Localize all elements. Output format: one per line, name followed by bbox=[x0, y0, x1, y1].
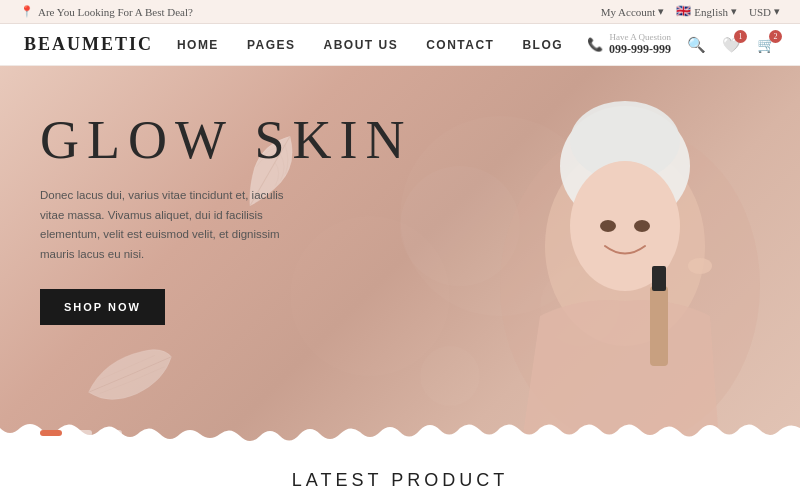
wishlist-icon[interactable]: 🤍 1 bbox=[722, 36, 741, 54]
cart-icon[interactable]: 🛒 2 bbox=[757, 36, 776, 54]
nav-links: HOME PAGES ABOUT US CONTACT BLOG bbox=[177, 38, 563, 52]
logo[interactable]: BEAUMETIC bbox=[24, 34, 153, 55]
drip-decoration bbox=[0, 420, 800, 456]
svg-rect-8 bbox=[652, 266, 666, 291]
account-label: My Account bbox=[601, 6, 656, 18]
hero-content: GLOW SKIN Donec lacus dui, varius vitae … bbox=[40, 111, 412, 325]
nav-blog[interactable]: BLOG bbox=[522, 38, 563, 52]
promo-area: 📍 Are You Looking For A Best Deal? bbox=[20, 5, 193, 18]
slider-dot-1[interactable] bbox=[40, 430, 62, 436]
currency-chevron-icon: ▾ bbox=[774, 5, 780, 18]
latest-product-title: LATEST PRODUCT bbox=[0, 470, 800, 491]
currency-label: USD bbox=[749, 6, 771, 18]
question-label: Have A Question bbox=[609, 32, 671, 42]
top-bar-right: My Account ▾ 🇬🇧 English ▾ USD ▾ bbox=[601, 4, 780, 19]
nav-pages[interactable]: PAGES bbox=[247, 38, 296, 52]
nav-contact[interactable]: CONTACT bbox=[426, 38, 494, 52]
hero-section: GLOW SKIN Donec lacus dui, varius vitae … bbox=[0, 66, 800, 456]
hero-model-image bbox=[440, 86, 800, 456]
svg-point-9 bbox=[688, 258, 712, 274]
top-bar: 📍 Are You Looking For A Best Deal? My Ac… bbox=[0, 0, 800, 24]
svg-rect-7 bbox=[650, 286, 668, 366]
slider-dot-2[interactable] bbox=[70, 430, 92, 436]
nav-right: 📞 Have A Question 099-999-999 🔍 🤍 1 🛒 2 bbox=[587, 32, 776, 57]
wishlist-badge: 1 bbox=[734, 30, 747, 43]
navbar: BEAUMETIC HOME PAGES ABOUT US CONTACT BL… bbox=[0, 24, 800, 66]
hero-subtitle: Donec lacus dui, varius vitae tincidunt … bbox=[40, 186, 290, 264]
pin-icon: 📍 bbox=[20, 5, 34, 18]
account-chevron-icon: ▾ bbox=[658, 5, 664, 18]
promo-text: Are You Looking For A Best Deal? bbox=[38, 6, 193, 18]
flag-icon: 🇬🇧 bbox=[676, 4, 691, 19]
slider-dot-3[interactable] bbox=[100, 430, 122, 436]
feather-bottom-decoration bbox=[80, 347, 180, 406]
currency-selector[interactable]: USD ▾ bbox=[749, 5, 780, 18]
nav-home[interactable]: HOME bbox=[177, 38, 219, 52]
phone-number: 099-999-999 bbox=[609, 42, 671, 57]
hero-title: GLOW SKIN bbox=[40, 111, 412, 170]
shop-now-button[interactable]: SHOP NOW bbox=[40, 289, 165, 325]
svg-point-5 bbox=[600, 220, 616, 232]
phone-area: 📞 Have A Question 099-999-999 bbox=[587, 32, 671, 57]
search-icon[interactable]: 🔍 bbox=[687, 36, 706, 54]
phone-info: Have A Question 099-999-999 bbox=[609, 32, 671, 57]
language-label: English bbox=[694, 6, 728, 18]
latest-section: LATEST PRODUCT ✿ bbox=[0, 456, 800, 500]
nav-about-us[interactable]: ABOUT US bbox=[324, 38, 399, 52]
slider-dots bbox=[40, 430, 122, 436]
svg-point-6 bbox=[634, 220, 650, 232]
lang-chevron-icon: ▾ bbox=[731, 5, 737, 18]
phone-icon: 📞 bbox=[587, 37, 603, 53]
account-menu[interactable]: My Account ▾ bbox=[601, 5, 665, 18]
language-selector[interactable]: 🇬🇧 English ▾ bbox=[676, 4, 737, 19]
cart-badge: 2 bbox=[769, 30, 782, 43]
